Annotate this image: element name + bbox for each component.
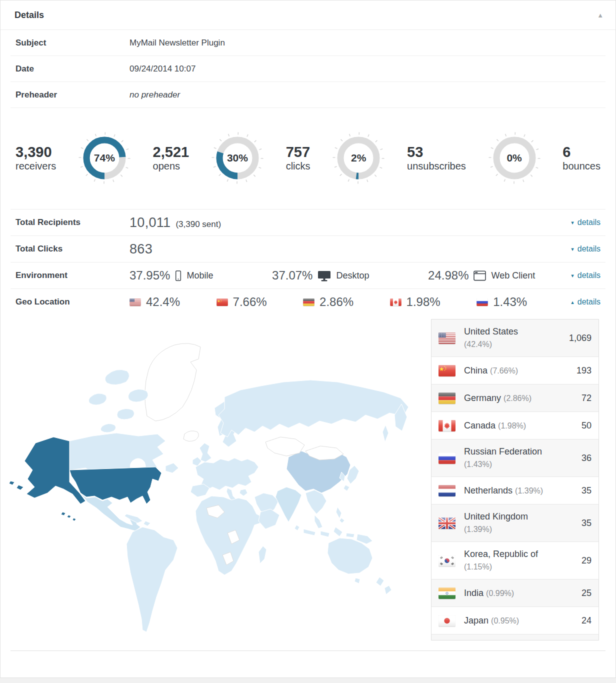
stat-bounces: 6 bounces — [562, 144, 600, 172]
map-country[interactable] — [200, 443, 212, 462]
stat-clicks: 757 clicks — [286, 144, 310, 172]
map-country[interactable] — [190, 484, 210, 497]
details-link-total-clicks[interactable]: ▾ details — [571, 244, 600, 254]
flag-kr-icon — [438, 555, 456, 566]
map-country[interactable] — [16, 485, 24, 490]
country-cell: India (0.99%) — [464, 587, 545, 600]
map-country[interactable] — [344, 485, 350, 491]
details-link-geo-location[interactable]: ▴ details — [571, 298, 600, 306]
map-country[interactable] — [340, 518, 344, 523]
map-country[interactable] — [304, 529, 316, 536]
flag-cn-icon — [438, 365, 456, 376]
country-percent: (0.95%) — [491, 616, 519, 625]
meta-label: Date — [16, 64, 130, 74]
detail-row-environment: Environment 37.95% Mobile 37.07% Desktop… — [10, 262, 606, 288]
table-row-jp: Japan (0.95%) 24 — [432, 606, 598, 634]
map-country[interactable] — [61, 512, 66, 516]
map-country[interactable] — [276, 487, 302, 522]
gauge-percent-label: 0% — [488, 132, 540, 184]
meta-label: Subject — [16, 38, 130, 48]
table-row-kr: Korea, Republic of (1.15%) 29 — [432, 542, 598, 579]
map-country[interactable] — [346, 533, 354, 538]
map-country[interactable] — [144, 521, 150, 526]
table-row-de: Germany (2.86%) 72 — [432, 384, 598, 412]
stats-row: 3,390 receivers 74% 2,521 opens 30% 757 … — [0, 108, 616, 209]
map-country[interactable] — [294, 525, 300, 530]
details-label: details — [578, 218, 600, 227]
chevron-down-icon: ▾ — [571, 220, 574, 226]
stat-value: 2,521 — [153, 144, 190, 160]
map-country[interactable] — [384, 586, 392, 594]
map-country[interactable] — [376, 577, 384, 586]
country-name: Canada — [464, 420, 496, 430]
detail-rows: Total Recipients 10,011 (3,390 sent) ▾ d… — [10, 209, 606, 315]
map-country[interactable] — [334, 527, 342, 536]
geo-percent: 1.43% — [493, 295, 527, 309]
geo-percent: 2.86% — [320, 295, 354, 309]
country-name: United States — [464, 326, 518, 336]
country-percent: (42.4%) — [464, 340, 492, 348]
map-country[interactable] — [184, 431, 198, 442]
env-percent: 37.07% — [272, 268, 312, 282]
details-label: details — [578, 244, 600, 254]
row-label: Geo Location — [16, 297, 130, 307]
map-country[interactable] — [382, 425, 388, 442]
gauge-percent-label: 74% — [78, 132, 130, 184]
map-country[interactable] — [72, 518, 76, 521]
map-country[interactable] — [9, 481, 14, 485]
map-country[interactable] — [306, 490, 326, 514]
env-percent: 37.95% — [130, 268, 170, 282]
map-country[interactable] — [105, 370, 130, 384]
map-country[interactable] — [320, 531, 330, 537]
country-count: 24 — [582, 616, 592, 626]
details-link-total-recipients[interactable]: ▾ details — [571, 218, 600, 227]
web-client-icon — [474, 270, 486, 281]
map-country[interactable] — [258, 546, 266, 564]
flag-in-icon — [438, 588, 456, 599]
country-percent: (1.43%) — [464, 460, 492, 468]
map-country[interactable] — [166, 463, 178, 473]
map-country[interactable] — [258, 509, 280, 529]
map-country[interactable] — [336, 507, 342, 518]
country-cell: China (7.66%) — [464, 364, 545, 377]
map-country[interactable] — [145, 344, 200, 421]
map-country[interactable] — [218, 380, 408, 437]
table-row-cn: China (7.66%) 193 — [432, 356, 598, 384]
map-country[interactable] — [354, 578, 360, 584]
mobile-icon — [175, 270, 182, 282]
details-panel: Details ▲ Subject MyMail Newsletter Plug… — [0, 0, 616, 678]
country-count: 25 — [582, 588, 592, 598]
row-label: Environment — [16, 270, 130, 280]
triangle-up-icon[interactable]: ▲ — [597, 12, 604, 18]
env-name: Mobile — [186, 270, 213, 281]
gauge-30-percent: 30% — [212, 132, 264, 184]
chevron-down-icon: ▾ — [571, 246, 574, 252]
geo-item-ru: 1.43% — [476, 295, 527, 309]
table-row-ru: Russian Federation (1.43%) 36 — [432, 439, 598, 476]
map-country[interactable] — [100, 424, 116, 432]
stat-label: opens — [153, 160, 190, 172]
map-country[interactable] — [314, 515, 322, 528]
map-country[interactable] — [88, 394, 106, 405]
stat-receivers: 3,390 receivers — [16, 144, 56, 172]
env-item-web-client: 24.98% Web Client — [428, 268, 535, 282]
country-count: 29 — [582, 556, 592, 566]
geo-country-table[interactable]: United States (42.4%) 1,069 China (7.66%… — [431, 319, 599, 640]
row-label: Total Clicks — [16, 244, 130, 254]
gauge-0-percent: 0% — [488, 132, 540, 184]
stat-label: bounces — [562, 160, 600, 172]
map-country[interactable] — [240, 489, 248, 496]
map-country[interactable] — [126, 527, 178, 632]
gauge-percent-label: 30% — [212, 132, 264, 184]
world-map[interactable] — [4, 316, 428, 649]
details-link-environment[interactable]: ▾ details — [571, 271, 600, 280]
flag-ru-icon — [476, 298, 488, 306]
country-cell: Korea, Republic of (1.15%) — [464, 548, 545, 573]
geo-item-cn: 7.66% — [216, 295, 267, 309]
map-country[interactable] — [67, 515, 71, 518]
page-title: Details — [14, 10, 44, 20]
map-country[interactable] — [117, 408, 134, 420]
meta-label: Preheader — [16, 90, 130, 100]
map-country[interactable] — [266, 437, 304, 456]
country-count: 193 — [576, 366, 592, 376]
